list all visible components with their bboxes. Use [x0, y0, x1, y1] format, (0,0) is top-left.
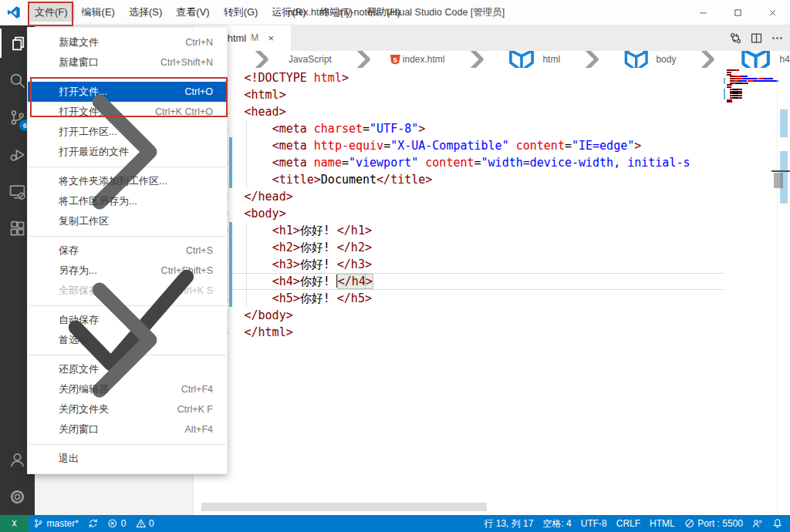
- more-actions-icon[interactable]: [771, 32, 784, 45]
- statusbar-live-server-port-label: Port : 5500: [697, 518, 743, 529]
- menu-item-close-folder[interactable]: 关闭文件夹Ctrl+K F: [28, 399, 227, 419]
- minimap-modified-mark: [724, 82, 725, 85]
- code-line-4[interactable]: 4 <meta charset="UTF-8">: [194, 120, 724, 137]
- statusbar-problems-errors[interactable]: 0: [103, 515, 130, 532]
- statusbar-language-mode-label: HTML: [650, 518, 675, 529]
- minimap-line: [724, 101, 778, 103]
- code-line-2[interactable]: 2<html>: [194, 86, 724, 103]
- menu-item-open-recent[interactable]: 打开最近的文件: [28, 142, 227, 162]
- breadcrumb-label: body: [656, 54, 676, 65]
- editor-actions: [729, 25, 784, 51]
- code-text: <!DOCTYPE html>: [232, 69, 724, 86]
- statusbar-cursor-position-label: 行 13, 列 17: [484, 517, 533, 530]
- code-line-10[interactable]: 10 <h1>你好! </h1>: [194, 222, 724, 239]
- menu-item-new-file[interactable]: 新建文件Ctrl+N: [28, 32, 227, 52]
- menu-item-preferences[interactable]: 首选项: [28, 330, 227, 350]
- menu-item-label: 新建文件: [59, 35, 185, 49]
- code-line-3[interactable]: 3<head>: [194, 103, 724, 120]
- menubar-item-selection[interactable]: 选择(S): [122, 3, 169, 22]
- menubar-item-go[interactable]: 转到(G): [217, 3, 265, 22]
- code-line-8[interactable]: 8</head>: [194, 188, 724, 205]
- statusbar-live-server-port[interactable]: Port : 5500: [680, 515, 748, 532]
- remote-icon: [9, 518, 20, 529]
- code-editor[interactable]: 1<!DOCTYPE html>2<html>3<head>4 <meta ch…: [194, 68, 790, 515]
- live-server-port-icon: [684, 518, 695, 529]
- editor-group: index.htmlM× JavaScript5index.htmlhtmlbo…: [194, 25, 790, 515]
- indent-guide: [246, 120, 247, 188]
- code-line-9[interactable]: 9<body>: [194, 205, 724, 222]
- statusbar-problems-warnings-label: 0: [149, 518, 154, 529]
- menu-item-shortcut: Ctrl+K F: [177, 404, 213, 415]
- open-changes-icon[interactable]: [729, 32, 742, 45]
- code-text: <title>Document</title>: [232, 171, 724, 188]
- code-text: </head>: [232, 188, 724, 205]
- code-text: <body>: [232, 205, 724, 222]
- code-text: <head>: [232, 103, 724, 120]
- code-line-6[interactable]: 6 <meta name="viewport" content="width=d…: [194, 154, 724, 171]
- code-text: <h2>你好! </h2>: [232, 239, 724, 256]
- menu-item-revert-file[interactable]: 还原文件: [28, 359, 227, 379]
- statusbar-indentation[interactable]: 空格: 4: [538, 515, 576, 532]
- menu-item-label: 将工作区另存为...: [59, 194, 227, 208]
- status-bar: master*00行 13, 列 17空格: 4UTF-8CRLFHTMLPor…: [0, 515, 790, 532]
- menu-item-close-editor[interactable]: 关闭编辑器Ctrl+F4: [28, 379, 227, 399]
- modified-marker: [780, 109, 788, 137]
- maximize-button[interactable]: [721, 0, 755, 25]
- tab-close-icon[interactable]: ×: [265, 32, 277, 44]
- minimize-button[interactable]: [686, 0, 721, 25]
- statusbar-language-mode[interactable]: HTML: [645, 515, 680, 532]
- menu-item-add-folder-to-workspace[interactable]: 将文件夹添加到工作区...: [28, 171, 227, 191]
- breadcrumb: JavaScript5index.htmlhtmlbodyh4: [194, 51, 790, 68]
- breadcrumb-item-JavaScript[interactable]: JavaScript: [289, 54, 332, 65]
- code-text: <meta charset="UTF-8">: [232, 120, 724, 137]
- notifications-icon: [772, 518, 783, 529]
- minimap[interactable]: [724, 69, 778, 515]
- split-editor-icon[interactable]: [750, 32, 763, 45]
- title-bar: 文件(F)编辑(E)选择(S)查看(V)转到(G)运行(R)终端(T)帮助(H)…: [0, 0, 790, 25]
- vertical-scrollbar[interactable]: [774, 173, 783, 188]
- statusbar-eol[interactable]: CRLF: [612, 515, 645, 532]
- menu-item-shortcut: Ctrl+N: [185, 37, 213, 48]
- statusbar-encoding[interactable]: UTF-8: [576, 515, 612, 532]
- code-line-13[interactable]: 13 <h4>你好! </h4>: [194, 273, 724, 290]
- menu-separator: [29, 444, 226, 445]
- statusbar-cursor-position[interactable]: 行 13, 列 17: [479, 515, 538, 532]
- window-controls: [686, 0, 790, 25]
- statusbar-sync[interactable]: [83, 515, 103, 532]
- menubar-item-view[interactable]: 查看(V): [169, 3, 216, 22]
- statusbar-git-branch[interactable]: master*: [29, 515, 83, 532]
- menu-item-shortcut: Alt+F4: [185, 424, 213, 435]
- menu-item-label: 关闭窗口: [59, 423, 185, 436]
- code-line-11[interactable]: 11 <h2>你好! </h2>: [194, 239, 724, 256]
- horizontal-scrollbar[interactable]: [201, 503, 487, 511]
- code-line-1[interactable]: 1<!DOCTYPE html>: [194, 69, 724, 86]
- activitybar-settings[interactable]: [0, 478, 35, 515]
- statusbar-right: 行 13, 列 17空格: 4UTF-8CRLFHTMLPort : 5500: [479, 515, 790, 532]
- menu-item-close-window[interactable]: 关闭窗口Alt+F4: [28, 419, 227, 439]
- code-line-5[interactable]: 5 <meta http-equiv="X-UA-Compatible" con…: [194, 137, 724, 154]
- statusbar-problems-errors-label: 0: [121, 518, 127, 529]
- breadcrumb-item-index.html[interactable]: 5index.html: [390, 54, 445, 65]
- code-line-15[interactable]: 15</body>: [194, 307, 724, 324]
- menu-item-exit[interactable]: 退出: [28, 449, 227, 469]
- breadcrumb-label: h4: [780, 54, 790, 65]
- overview-ruler[interactable]: [777, 68, 790, 515]
- menubar-item-edit[interactable]: 编辑(E): [75, 3, 122, 22]
- git-branch-icon: [33, 518, 44, 529]
- statusbar-notifications[interactable]: [768, 515, 788, 532]
- remote-explorer-icon: [8, 183, 26, 200]
- statusbar-git-branch-label: master*: [47, 518, 79, 529]
- close-button[interactable]: [755, 0, 790, 25]
- code-line-12[interactable]: 12 <h3>你好! </h3>: [194, 256, 724, 273]
- code-line-14[interactable]: 14 <h5>你好! </h5>: [194, 290, 724, 307]
- menubar-item-file[interactable]: 文件(F): [28, 3, 75, 22]
- code-line-16[interactable]: 16</html>: [194, 324, 724, 341]
- statusbar-problems-warnings[interactable]: 0: [131, 515, 159, 532]
- menu-item-save-workspace-as[interactable]: 将工作区另存为...: [28, 191, 227, 211]
- code-line-7[interactable]: 7 <title>Document</title>: [194, 171, 724, 188]
- code-text: <h4>你好! </h4>: [232, 273, 724, 290]
- statusbar-feedback[interactable]: [748, 515, 768, 532]
- code-lines: 1<!DOCTYPE html>2<html>3<head>4 <meta ch…: [194, 69, 724, 341]
- statusbar-remote[interactable]: [0, 515, 29, 532]
- indent-guide: [246, 222, 247, 307]
